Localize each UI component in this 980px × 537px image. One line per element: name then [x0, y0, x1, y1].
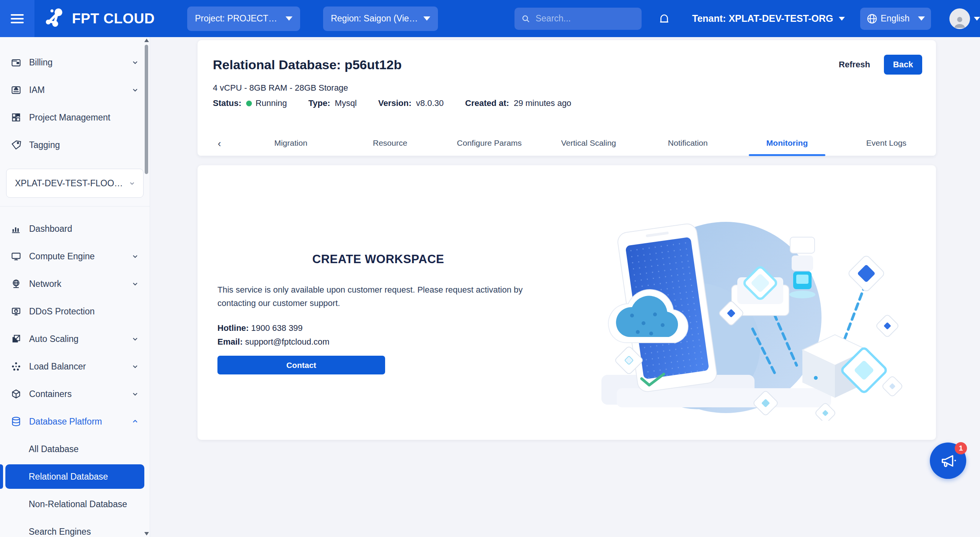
- grid-flag-icon: [11, 112, 21, 123]
- sidebar-scrollbar[interactable]: [144, 37, 149, 537]
- hamburger-icon: [11, 14, 24, 23]
- language-dropdown[interactable]: English: [860, 8, 931, 30]
- version-label: Version:: [378, 98, 412, 108]
- sidebar-item-network[interactable]: Network: [0, 270, 150, 298]
- hamburger-menu-button[interactable]: [0, 0, 34, 37]
- project-dropdown[interactable]: Project: PROJECT_XPL...: [187, 7, 300, 31]
- sidebar-item-dashboard[interactable]: Dashboard: [0, 215, 150, 242]
- chevron-down-icon: [131, 58, 140, 67]
- cube-icon: [11, 389, 21, 399]
- tab-vertical-scaling[interactable]: Vertical Scaling: [539, 132, 638, 156]
- shield-monitor-icon: [11, 306, 21, 317]
- active-item-indicator: [0, 464, 3, 489]
- status-dot-icon: [246, 101, 252, 106]
- chevron-down-icon: [839, 17, 845, 21]
- page-title: Relational Database: p56ut12b: [213, 57, 402, 72]
- monitor-icon: [11, 251, 21, 262]
- workspace-heading: CREATE WORKSPACE: [217, 252, 539, 266]
- chevron-down-icon: [286, 16, 292, 21]
- chevron-down-icon: [974, 17, 980, 21]
- back-button[interactable]: Back: [884, 55, 922, 75]
- workspace-illustration: [596, 214, 910, 421]
- chevron-down-icon: [128, 179, 136, 187]
- tab-migration[interactable]: Migration: [241, 132, 340, 156]
- wallet-icon: [11, 57, 21, 68]
- search-icon: [521, 14, 530, 24]
- chevron-down-icon: [918, 16, 925, 21]
- status-label: Status:: [213, 98, 242, 108]
- search-input[interactable]: [536, 13, 635, 24]
- topbar: FPT CLOUD Project: PROJECT_XPL... Region…: [0, 0, 980, 37]
- sidebar-subitem-search-engines[interactable]: Search Engines: [0, 518, 150, 537]
- sidebar-item-compute-engine[interactable]: Compute Engine: [0, 242, 150, 270]
- tab-notification[interactable]: Notification: [638, 132, 737, 156]
- tab-event-logs[interactable]: Event Logs: [837, 132, 936, 156]
- bar-chart-icon: [11, 223, 21, 234]
- brand-name: FPT CLOUD: [72, 11, 155, 27]
- sidebar-subitem-all-database[interactable]: All Database: [0, 435, 150, 463]
- sidebar-item-load-balancer[interactable]: Load Balancer: [0, 353, 150, 380]
- user-icon: [952, 14, 967, 29]
- sidebar-item-ddos-protection[interactable]: DDoS Protection: [0, 298, 150, 325]
- created-value: 29 minutes ago: [514, 98, 571, 108]
- scroll-down-arrow[interactable]: [144, 532, 149, 535]
- brand-logo[interactable]: FPT CLOUD: [43, 8, 155, 30]
- sidebar-item-database-platform[interactable]: Database Platform: [0, 408, 150, 435]
- version-value: v8.0.30: [416, 98, 444, 108]
- tenant-dropdown[interactable]: Tenant: XPLAT-DEV-TEST-ORG: [692, 13, 845, 24]
- tab-bar: ‹ Migration Resource Configure Params Ve…: [198, 132, 936, 156]
- instance-specs: 4 vCPU - 8GB RAM - 28GB Storage: [213, 83, 348, 93]
- nodes-icon: [11, 361, 21, 372]
- scroll-up-arrow[interactable]: [144, 39, 149, 42]
- chevron-down-icon: [131, 279, 140, 288]
- bell-icon: [658, 12, 671, 26]
- tab-configure-params[interactable]: Configure Params: [440, 132, 539, 156]
- sidebar-item-project-management[interactable]: Project Management: [0, 104, 150, 131]
- chevron-down-icon: [131, 362, 140, 371]
- fpt-logo-icon: [43, 8, 67, 30]
- chevron-down-icon: [423, 16, 430, 21]
- created-label: Created at:: [465, 98, 509, 108]
- search-box[interactable]: [514, 8, 642, 30]
- user-menu[interactable]: [949, 8, 980, 29]
- tag-icon: [11, 140, 21, 150]
- refresh-button[interactable]: Refresh: [839, 60, 870, 70]
- chevron-down-icon: [131, 85, 140, 94]
- chevron-up-icon: [131, 417, 140, 426]
- database-header-card: Relational Database: p56ut12b Refresh Ba…: [198, 40, 936, 156]
- tab-resource[interactable]: Resource: [340, 132, 439, 156]
- hotline-value: 1900 638 399: [251, 323, 303, 333]
- sidebar-subitem-non-relational-database[interactable]: Non-Relational Database: [0, 490, 150, 518]
- type-label: Type:: [309, 98, 330, 108]
- sidebar-subitem-relational-database[interactable]: Relational Database: [5, 464, 144, 489]
- sidebar-item-containers[interactable]: Containers: [0, 380, 150, 408]
- tab-monitoring[interactable]: Monitoring: [737, 132, 836, 156]
- globe-icon: [866, 13, 878, 24]
- email-value: support@fptcloud.com: [245, 337, 329, 347]
- hotline-label: Hotline:: [217, 323, 249, 333]
- globe-stand-icon: [11, 278, 21, 289]
- region-dropdown[interactable]: Region: Saigon (Vietn...: [323, 7, 438, 31]
- create-workspace-card: CREATE WORKSPACE This service is only av…: [198, 165, 936, 440]
- chevron-down-icon: [131, 389, 140, 399]
- workspace-select[interactable]: XPLAT-DEV-TEST-FLOOR5-...: [6, 169, 144, 198]
- sidebar-item-auto-scaling[interactable]: Auto Scaling: [0, 325, 150, 353]
- megaphone-icon: [939, 452, 957, 470]
- contact-button[interactable]: Contact: [217, 356, 385, 374]
- sidebar-item-iam[interactable]: IAM: [0, 76, 150, 104]
- id-card-icon: [11, 85, 21, 95]
- notification-count-badge: 1: [955, 442, 967, 454]
- sidebar-item-tagging[interactable]: Tagging: [0, 131, 150, 159]
- status-value: Running: [256, 98, 287, 108]
- sidebar-item-billing[interactable]: Billing: [0, 49, 150, 76]
- chevron-down-icon: [131, 252, 140, 261]
- chevron-down-icon: [131, 334, 140, 343]
- scrollbar-thumb[interactable]: [145, 45, 148, 174]
- sidebar: Billing IAM Project Management Tagging X…: [0, 37, 150, 537]
- tabs-scroll-left-button[interactable]: ‹: [198, 138, 241, 150]
- notification-bell-button[interactable]: [658, 12, 671, 26]
- database-icon: [11, 416, 21, 427]
- email-label: Email:: [217, 337, 243, 347]
- type-value: Mysql: [335, 98, 357, 108]
- layers-icon: [11, 334, 21, 344]
